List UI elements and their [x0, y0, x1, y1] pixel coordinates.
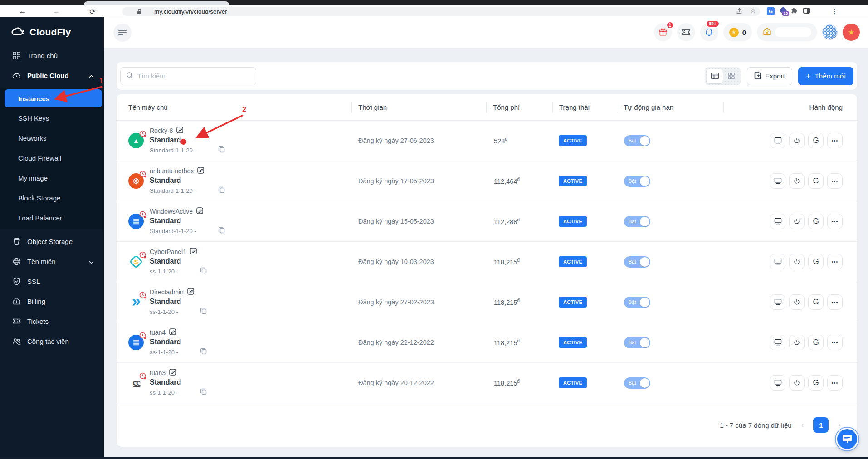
- back-button[interactable]: ←: [17, 6, 28, 17]
- auto-renew-toggle[interactable]: Bật: [624, 377, 650, 389]
- next-page-icon[interactable]: ›: [838, 420, 841, 430]
- console-button[interactable]: [770, 173, 785, 189]
- power-button[interactable]: [789, 375, 805, 391]
- sidebar-item-ten-mien[interactable]: Tên miền: [0, 251, 104, 271]
- copy-icon[interactable]: [218, 186, 225, 195]
- instance-name[interactable]: Directadmin: [150, 288, 184, 296]
- rebuild-button[interactable]: [808, 254, 824, 269]
- instance-name[interactable]: WindowsActive: [150, 208, 193, 215]
- sidebar-item-public-cloud[interactable]: Public Cloud: [0, 65, 104, 85]
- row-more-button[interactable]: [827, 335, 843, 350]
- sidebar-item-object-storage[interactable]: Object Storage: [0, 231, 104, 251]
- sidebar-item-trang-chu[interactable]: Trang chủ: [0, 45, 104, 65]
- instance-name[interactable]: tuan4: [150, 329, 166, 336]
- console-button[interactable]: [770, 214, 785, 229]
- search-input[interactable]: [137, 72, 250, 80]
- auto-renew-toggle[interactable]: Bật: [624, 256, 650, 268]
- bookmark-star-icon[interactable]: ☆: [750, 7, 756, 14]
- account-balance[interactable]: [757, 23, 817, 41]
- instance-name[interactable]: CyberPanel1: [150, 248, 186, 255]
- copy-icon[interactable]: [200, 388, 207, 397]
- auto-renew-toggle[interactable]: Bật: [624, 135, 650, 146]
- avatar-user[interactable]: [843, 24, 860, 41]
- power-button[interactable]: [789, 335, 805, 350]
- grid-view-button[interactable]: [723, 69, 739, 83]
- table-view-button[interactable]: [707, 69, 723, 83]
- gift-button[interactable]: 1: [654, 23, 672, 41]
- brand[interactable]: CloudFly: [0, 17, 104, 45]
- share-icon[interactable]: [736, 8, 743, 17]
- row-more-button[interactable]: [827, 375, 843, 391]
- edit-name-icon[interactable]: [187, 288, 194, 296]
- row-more-button[interactable]: [827, 294, 843, 310]
- auto-renew-toggle[interactable]: Bật: [624, 297, 650, 308]
- column-header-status[interactable]: Trạng thái: [552, 94, 617, 120]
- sidebar-item-my-image[interactable]: My image: [0, 168, 104, 188]
- rebuild-button[interactable]: [808, 294, 824, 310]
- row-more-button[interactable]: [827, 173, 843, 189]
- rebuild-button[interactable]: [808, 173, 824, 189]
- console-button[interactable]: [770, 335, 785, 350]
- reload-button[interactable]: ⟳: [87, 6, 98, 17]
- sidebar-item-tickets[interactable]: Tickets: [0, 311, 104, 331]
- column-header-name[interactable]: Tên máy chủ: [128, 94, 351, 120]
- power-button[interactable]: [789, 133, 805, 148]
- sidebar-item-networks[interactable]: Networks: [0, 128, 104, 148]
- rebuild-button[interactable]: [808, 133, 824, 148]
- browser-tab[interactable]: [84, 1, 229, 5]
- sidebar-toggle-button[interactable]: [113, 24, 132, 42]
- column-header-fee[interactable]: Tổng phí: [486, 94, 552, 120]
- address-bar[interactable]: my.cloudfly.vn/cloud/server ☆: [122, 7, 760, 16]
- page-number-button[interactable]: 1: [813, 417, 829, 433]
- console-button[interactable]: [770, 375, 785, 391]
- voucher-button[interactable]: [677, 23, 695, 41]
- edit-name-icon[interactable]: [196, 207, 203, 215]
- search-box[interactable]: [120, 67, 256, 85]
- sidebar-item-cloud-firewall[interactable]: Cloud Firewall: [0, 148, 104, 168]
- copy-icon[interactable]: [218, 226, 225, 235]
- copy-icon[interactable]: [218, 146, 225, 155]
- instance-name[interactable]: tuan3: [150, 369, 166, 376]
- sidebar-item-load-balancer[interactable]: Load Balancer: [0, 208, 104, 228]
- power-button[interactable]: [789, 294, 805, 310]
- column-header-time[interactable]: Thời gian: [351, 94, 486, 120]
- forward-button[interactable]: →: [51, 6, 62, 17]
- side-panel-icon[interactable]: [803, 8, 810, 14]
- row-more-button[interactable]: [827, 254, 843, 269]
- instance-name[interactable]: unbuntu-netbox: [150, 167, 194, 175]
- translate-icon[interactable]: [767, 7, 775, 15]
- rebuild-button[interactable]: [808, 335, 824, 350]
- sidebar-item-ssl[interactable]: SSL: [0, 271, 104, 291]
- copy-icon[interactable]: [200, 307, 207, 316]
- row-more-button[interactable]: [827, 133, 843, 148]
- extensions-puzzle-icon[interactable]: [791, 7, 799, 17]
- power-button[interactable]: [789, 173, 805, 189]
- export-button[interactable]: Export: [747, 67, 792, 85]
- edit-name-icon[interactable]: [197, 167, 204, 175]
- auto-renew-toggle[interactable]: Bật: [624, 337, 650, 348]
- console-button[interactable]: [770, 294, 785, 310]
- auto-renew-toggle[interactable]: Bật: [624, 176, 650, 187]
- sidebar-item-billing[interactable]: Billing: [0, 291, 104, 311]
- sidebar-item-block-storage[interactable]: Block Storage: [0, 188, 104, 208]
- column-header-renew[interactable]: Tự động gia hạn: [617, 94, 723, 120]
- rebuild-button[interactable]: [808, 375, 824, 391]
- row-more-button[interactable]: [827, 214, 843, 229]
- sidebar-item-cong-tac-vien[interactable]: Cộng tác viên: [0, 331, 104, 351]
- sidebar-item-instances[interactable]: Instances: [5, 89, 102, 107]
- console-button[interactable]: [770, 133, 785, 148]
- power-button[interactable]: [789, 254, 805, 269]
- previous-page-icon[interactable]: ‹: [801, 420, 804, 430]
- rebuild-button[interactable]: [808, 214, 824, 229]
- edit-name-icon[interactable]: [176, 127, 183, 135]
- copy-icon[interactable]: [200, 347, 207, 356]
- edit-name-icon[interactable]: [169, 328, 176, 337]
- avatar-secondary[interactable]: [822, 24, 838, 40]
- auto-renew-toggle[interactable]: Bật: [624, 216, 650, 227]
- console-button[interactable]: [770, 254, 785, 269]
- coin-balance[interactable]: 0: [723, 23, 752, 41]
- copy-icon[interactable]: [200, 267, 207, 276]
- edit-name-icon[interactable]: [169, 369, 176, 377]
- instance-name[interactable]: Rocky-8: [150, 127, 173, 134]
- browser-menu-icon[interactable]: ⋮: [830, 6, 839, 17]
